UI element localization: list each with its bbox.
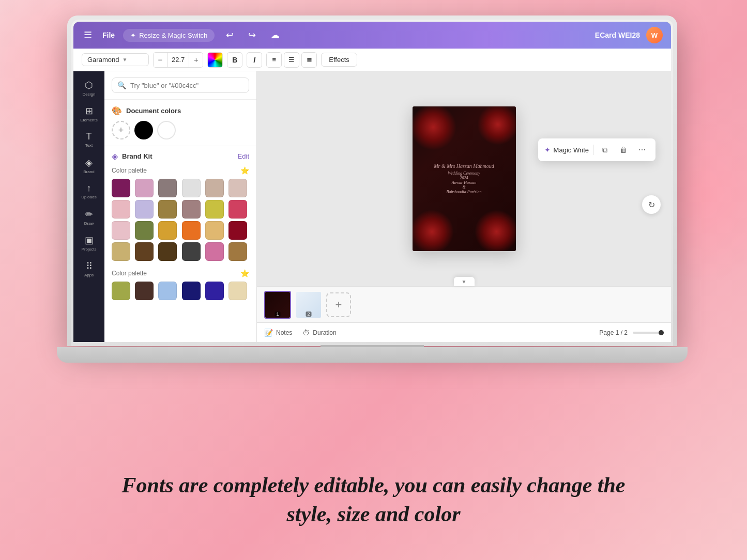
bold-btn[interactable]: B <box>227 52 242 68</box>
magic-write-icon: ✦ <box>544 146 551 154</box>
bottom-bar: 📝 Notes ⏱ Duration Page 1 / 2 <box>257 322 671 342</box>
floral-br <box>475 210 516 251</box>
redo-btn[interactable]: ↪ <box>245 27 259 43</box>
color-cell[interactable] <box>158 242 177 261</box>
menu-icon[interactable]: ☰ <box>82 27 94 43</box>
color-cell[interactable] <box>205 221 224 240</box>
color-cell[interactable] <box>205 282 224 300</box>
color-cell[interactable] <box>158 282 177 300</box>
color-cell[interactable] <box>205 179 224 197</box>
font-selector[interactable]: Garamond ▼ <box>82 53 149 66</box>
color-cell[interactable] <box>112 242 130 261</box>
effects-btn[interactable]: Effects <box>321 53 357 67</box>
doc-colors-header: 🎨 Document colors <box>112 106 249 116</box>
palette-1-star[interactable]: ⭐ <box>240 166 249 175</box>
magic-switch-btn[interactable]: ✦ Resize & Magic Switch <box>123 29 215 42</box>
sidebar-item-brand[interactable]: ◈ Brand <box>75 153 102 178</box>
sidebar-item-text[interactable]: T Text <box>75 127 102 152</box>
color-cell[interactable] <box>135 282 154 300</box>
add-color-btn[interactable]: + <box>112 121 130 139</box>
draw-label: Draw <box>84 221 94 226</box>
add-page-btn[interactable]: + <box>326 292 351 317</box>
palette-1-grid <box>112 179 249 261</box>
color-cell[interactable] <box>228 221 247 240</box>
color-cell[interactable] <box>158 221 177 240</box>
expand-handle[interactable]: ▼ <box>454 277 475 286</box>
sidebar-item-apps[interactable]: ⠿ Apps <box>75 256 102 281</box>
font-size-decrease-btn[interactable]: − <box>154 53 167 67</box>
color-cell[interactable] <box>182 200 201 219</box>
alignment-group: ≡ ☰ ≣ <box>266 52 317 68</box>
search-icon: 🔍 <box>117 81 126 89</box>
refresh-btn[interactable]: ↻ <box>642 195 661 214</box>
laptop-base <box>57 347 688 363</box>
avatar[interactable]: W <box>646 27 663 43</box>
brand-kit-icon: ◈ <box>112 151 118 161</box>
align-right-btn[interactable]: ≣ <box>301 52 317 68</box>
color-search: 🔍 <box>104 71 256 100</box>
font-size-value[interactable]: 22.7 <box>167 53 189 67</box>
color-cell[interactable] <box>158 200 177 219</box>
notes-btn[interactable]: 📝 Notes <box>264 329 292 337</box>
filmstrip: 1 2 + <box>257 286 671 322</box>
sidebar-item-draw[interactable]: ✏ Draw <box>75 205 102 229</box>
color-cell[interactable] <box>228 179 247 197</box>
color-cell[interactable] <box>182 282 201 300</box>
color-cell[interactable] <box>135 200 154 219</box>
color-cell[interactable] <box>228 282 247 300</box>
color-cell[interactable] <box>182 242 201 261</box>
color-cell[interactable] <box>135 242 154 261</box>
sidebar-item-elements[interactable]: ⊞ Elements <box>75 101 102 126</box>
align-left-btn[interactable]: ≡ <box>266 52 282 68</box>
text-color-swatch[interactable] <box>207 52 223 68</box>
page-indicator: Page 1 / 2 <box>599 329 664 336</box>
color-cell[interactable] <box>228 242 247 261</box>
undo-btn[interactable]: ↩ <box>223 27 237 43</box>
duration-btn[interactable]: ⏱ Duration <box>302 329 336 337</box>
more-btn[interactable]: ⋯ <box>635 143 649 157</box>
doc-color-white[interactable] <box>157 121 176 139</box>
page-slider-dot <box>659 330 664 335</box>
page-slider[interactable] <box>633 332 664 334</box>
sidebar-item-uploads[interactable]: ↑ Uploads <box>75 179 102 204</box>
color-cell[interactable] <box>205 242 224 261</box>
topbar-left: ☰ File ✦ Resize & Magic Switch ↩ ↪ ☁ <box>82 27 283 43</box>
page-text: Page 1 / 2 <box>599 329 628 336</box>
color-cell[interactable] <box>205 200 224 219</box>
brand-icon: ◈ <box>85 157 93 168</box>
sidebar-item-design[interactable]: ⬡ Design <box>75 75 102 100</box>
color-cell[interactable] <box>112 221 130 240</box>
copy-btn[interactable]: ⧉ <box>598 143 612 157</box>
doc-color-black[interactable] <box>134 121 153 139</box>
projects-label: Projects <box>82 247 97 252</box>
italic-btn[interactable]: I <box>247 52 262 68</box>
duration-label: Duration <box>313 329 336 336</box>
palette-1-header: Color palette ⭐ <box>112 166 249 175</box>
delete-btn[interactable]: 🗑 <box>616 143 631 157</box>
magic-write-btn[interactable]: ✦ Magic Write <box>544 146 589 154</box>
sidebar-item-projects[interactable]: ▣ Projects <box>75 230 102 255</box>
color-cell[interactable] <box>158 179 177 197</box>
wedding-card[interactable]: Mr & Mrs Hassan Mahmoud Wedding Ceremony… <box>413 106 516 251</box>
font-size-increase-btn[interactable]: + <box>189 53 203 67</box>
font-size-control: − 22.7 + <box>153 52 203 68</box>
film-page-2[interactable]: 2 <box>295 291 322 319</box>
color-cell[interactable] <box>135 221 154 240</box>
color-cell[interactable] <box>112 179 130 197</box>
color-cell[interactable] <box>112 282 130 300</box>
color-cell[interactable] <box>112 200 130 219</box>
color-cell[interactable] <box>228 200 247 219</box>
cloud-save-icon[interactable]: ☁ <box>267 27 283 43</box>
card-text-area: Mr & Mrs Hassan Mahmoud Wedding Ceremony… <box>428 163 500 194</box>
color-cell[interactable] <box>182 179 201 197</box>
file-menu[interactable]: File <box>102 31 115 39</box>
film-page-1[interactable]: 1 <box>264 291 291 319</box>
search-input[interactable] <box>130 82 243 89</box>
color-cell[interactable] <box>182 221 201 240</box>
toolbar: Garamond ▼ − 22.7 + B I ≡ ☰ ≣ Ef <box>73 49 671 71</box>
card-title: Mr & Mrs Hassan Mahmoud <box>428 163 500 169</box>
palette-2-star[interactable]: ⭐ <box>240 269 249 277</box>
align-list-btn[interactable]: ☰ <box>284 52 299 68</box>
color-cell[interactable] <box>135 179 154 197</box>
brand-kit-edit-btn[interactable]: Edit <box>238 152 249 160</box>
